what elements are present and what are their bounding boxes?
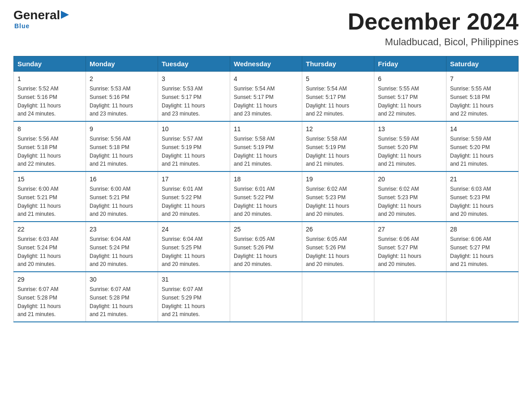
day-info: Sunrise: 5:59 AMSunset: 5:20 PMDaylight:… <box>450 136 493 167</box>
day-info: Sunrise: 5:52 AMSunset: 5:16 PMDaylight:… <box>17 86 61 117</box>
calendar-cell <box>446 272 519 322</box>
day-number: 9 <box>90 124 154 134</box>
calendar-cell: 18Sunrise: 6:01 AMSunset: 5:22 PMDayligh… <box>230 171 302 222</box>
day-number: 30 <box>90 275 154 284</box>
calendar-cell: 31Sunrise: 6:07 AMSunset: 5:29 PMDayligh… <box>158 272 230 322</box>
calendar-header-row: SundayMondayTuesdayWednesdayThursdayFrid… <box>14 56 519 72</box>
col-header-friday: Friday <box>374 56 446 72</box>
day-info: Sunrise: 5:56 AMSunset: 5:18 PMDaylight:… <box>90 136 133 167</box>
day-info: Sunrise: 5:53 AMSunset: 5:16 PMDaylight:… <box>90 86 133 117</box>
col-header-monday: Monday <box>86 56 158 72</box>
calendar-cell: 19Sunrise: 6:02 AMSunset: 5:23 PMDayligh… <box>302 171 374 222</box>
day-number: 27 <box>378 225 442 234</box>
week-row-2: 8Sunrise: 5:56 AMSunset: 5:18 PMDaylight… <box>14 121 519 171</box>
day-number: 29 <box>17 275 82 284</box>
calendar-cell: 8Sunrise: 5:56 AMSunset: 5:18 PMDaylight… <box>14 121 86 171</box>
calendar-cell: 24Sunrise: 6:04 AMSunset: 5:25 PMDayligh… <box>158 222 230 272</box>
calendar-cell: 23Sunrise: 6:04 AMSunset: 5:24 PMDayligh… <box>86 222 158 272</box>
day-number: 3 <box>162 74 226 84</box>
day-number: 7 <box>450 74 515 84</box>
calendar-table: SundayMondayTuesdayWednesdayThursdayFrid… <box>13 56 519 322</box>
day-info: Sunrise: 5:58 AMSunset: 5:19 PMDaylight:… <box>306 136 349 167</box>
logo-blue-text: Blue <box>13 22 30 30</box>
day-info: Sunrise: 6:01 AMSunset: 5:22 PMDaylight:… <box>234 186 277 217</box>
day-info: Sunrise: 6:04 AMSunset: 5:24 PMDaylight:… <box>90 236 133 267</box>
calendar-cell: 10Sunrise: 5:57 AMSunset: 5:19 PMDayligh… <box>158 121 230 171</box>
day-info: Sunrise: 6:07 AMSunset: 5:29 PMDaylight:… <box>162 286 205 317</box>
calendar-cell: 25Sunrise: 6:05 AMSunset: 5:26 PMDayligh… <box>230 222 302 272</box>
day-number: 20 <box>378 175 442 184</box>
calendar-cell: 5Sunrise: 5:54 AMSunset: 5:17 PMDaylight… <box>302 72 374 122</box>
calendar-cell: 4Sunrise: 5:54 AMSunset: 5:17 PMDaylight… <box>230 72 302 122</box>
calendar-cell: 22Sunrise: 6:03 AMSunset: 5:24 PMDayligh… <box>14 222 86 272</box>
calendar-cell: 13Sunrise: 5:59 AMSunset: 5:20 PMDayligh… <box>374 121 446 171</box>
day-number: 15 <box>17 175 82 184</box>
day-info: Sunrise: 5:55 AMSunset: 5:17 PMDaylight:… <box>378 86 421 117</box>
calendar-cell: 6Sunrise: 5:55 AMSunset: 5:17 PMDaylight… <box>374 72 446 122</box>
day-number: 18 <box>234 175 298 184</box>
day-number: 1 <box>17 74 82 84</box>
week-row-3: 15Sunrise: 6:00 AMSunset: 5:21 PMDayligh… <box>14 171 519 222</box>
day-number: 21 <box>450 175 515 184</box>
calendar-cell: 12Sunrise: 5:58 AMSunset: 5:19 PMDayligh… <box>302 121 374 171</box>
day-number: 25 <box>234 225 298 234</box>
day-info: Sunrise: 6:07 AMSunset: 5:28 PMDaylight:… <box>17 286 61 317</box>
day-info: Sunrise: 5:59 AMSunset: 5:20 PMDaylight:… <box>378 136 421 167</box>
calendar-cell: 26Sunrise: 6:05 AMSunset: 5:26 PMDayligh… <box>302 222 374 272</box>
calendar-cell: 2Sunrise: 5:53 AMSunset: 5:16 PMDaylight… <box>86 72 158 122</box>
day-number: 19 <box>306 175 370 184</box>
calendar-cell: 21Sunrise: 6:03 AMSunset: 5:23 PMDayligh… <box>446 171 519 222</box>
day-number: 26 <box>306 225 370 234</box>
col-header-sunday: Sunday <box>14 56 86 72</box>
day-info: Sunrise: 5:57 AMSunset: 5:19 PMDaylight:… <box>162 136 205 167</box>
calendar-cell: 14Sunrise: 5:59 AMSunset: 5:20 PMDayligh… <box>446 121 519 171</box>
day-number: 23 <box>90 225 154 234</box>
day-number: 24 <box>162 225 226 234</box>
day-info: Sunrise: 6:00 AMSunset: 5:21 PMDaylight:… <box>17 186 61 217</box>
day-info: Sunrise: 6:06 AMSunset: 5:27 PMDaylight:… <box>378 236 421 267</box>
day-info: Sunrise: 5:54 AMSunset: 5:17 PMDaylight:… <box>306 86 349 117</box>
calendar-cell: 17Sunrise: 6:01 AMSunset: 5:22 PMDayligh… <box>158 171 230 222</box>
col-header-saturday: Saturday <box>446 56 519 72</box>
day-info: Sunrise: 6:00 AMSunset: 5:21 PMDaylight:… <box>90 186 133 217</box>
location-title: Muladbucad, Bicol, Philippines <box>348 36 519 48</box>
day-info: Sunrise: 6:05 AMSunset: 5:26 PMDaylight:… <box>306 236 349 267</box>
day-info: Sunrise: 5:55 AMSunset: 5:18 PMDaylight:… <box>450 86 493 117</box>
day-info: Sunrise: 5:53 AMSunset: 5:17 PMDaylight:… <box>162 86 205 117</box>
title-block: December 2024 Muladbucad, Bicol, Philipp… <box>348 9 519 48</box>
day-number: 31 <box>162 275 226 284</box>
col-header-tuesday: Tuesday <box>158 56 230 72</box>
day-number: 17 <box>162 175 226 184</box>
calendar-cell: 27Sunrise: 6:06 AMSunset: 5:27 PMDayligh… <box>374 222 446 272</box>
day-info: Sunrise: 6:05 AMSunset: 5:26 PMDaylight:… <box>234 236 277 267</box>
day-info: Sunrise: 6:06 AMSunset: 5:27 PMDaylight:… <box>450 236 493 267</box>
calendar-cell <box>302 272 374 322</box>
day-number: 2 <box>90 74 154 84</box>
day-number: 14 <box>450 124 515 134</box>
col-header-thursday: Thursday <box>302 56 374 72</box>
day-number: 10 <box>162 124 226 134</box>
day-number: 6 <box>378 74 442 84</box>
day-number: 22 <box>17 225 82 234</box>
day-info: Sunrise: 5:54 AMSunset: 5:17 PMDaylight:… <box>234 86 277 117</box>
calendar-cell: 16Sunrise: 6:00 AMSunset: 5:21 PMDayligh… <box>86 171 158 222</box>
logo: General Blue <box>13 9 70 30</box>
day-info: Sunrise: 5:56 AMSunset: 5:18 PMDaylight:… <box>17 136 61 167</box>
day-number: 8 <box>17 124 82 134</box>
day-info: Sunrise: 6:02 AMSunset: 5:23 PMDaylight:… <box>306 186 349 217</box>
logo-flag-icon <box>60 11 70 20</box>
day-number: 4 <box>234 74 298 84</box>
day-number: 5 <box>306 74 370 84</box>
calendar-cell: 29Sunrise: 6:07 AMSunset: 5:28 PMDayligh… <box>14 272 86 322</box>
day-info: Sunrise: 6:03 AMSunset: 5:23 PMDaylight:… <box>450 186 493 217</box>
day-info: Sunrise: 6:04 AMSunset: 5:25 PMDaylight:… <box>162 236 205 267</box>
day-number: 12 <box>306 124 370 134</box>
calendar-cell <box>230 272 302 322</box>
week-row-1: 1Sunrise: 5:52 AMSunset: 5:16 PMDaylight… <box>14 72 519 122</box>
day-info: Sunrise: 6:03 AMSunset: 5:24 PMDaylight:… <box>17 236 61 267</box>
svg-marker-0 <box>61 11 69 19</box>
calendar-cell: 7Sunrise: 5:55 AMSunset: 5:18 PMDaylight… <box>446 72 519 122</box>
day-info: Sunrise: 6:07 AMSunset: 5:28 PMDaylight:… <box>90 286 133 317</box>
day-number: 11 <box>234 124 298 134</box>
day-number: 13 <box>378 124 442 134</box>
